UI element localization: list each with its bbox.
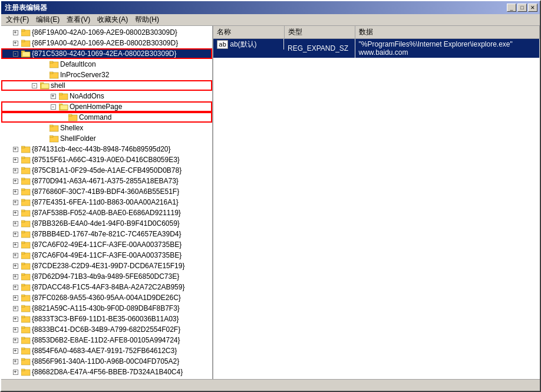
tree-row[interactable]: + {8853D6B2-E8AE-11D2-AFE8-00105A994724}: [1, 335, 212, 345]
menu-view[interactable]: 查看(V): [63, 14, 94, 26]
expander[interactable]: +: [11, 261, 20, 271]
menu-edit[interactable]: 编辑(E): [32, 14, 63, 26]
table-row[interactable]: ab ab(默认) REG_EXPAND_SZ "%ProgramFiles%\…: [213, 39, 540, 58]
tree-row[interactable]: + {875CB1A1-0F29-45de-A1AE-CFB4950D0B78}: [1, 165, 212, 176]
tree-row[interactable]: + {87D62D94-71B3-4b9a-9489-5FE6850DC73E}: [1, 271, 212, 282]
expander[interactable]: +: [11, 357, 20, 366]
tree-row[interactable]: + {8776860F-30C7-41B9-BDF4-360A6B55E51F}: [1, 186, 212, 197]
svg-rect-24: [50, 136, 53, 137]
tree-row[interactable]: + NoAddOns: [1, 91, 212, 101]
tree-row[interactable]: + {87DACC48-F1C5-4AF3-84BA-A2A72C2AB959}: [1, 282, 212, 292]
folder-icon: [21, 325, 31, 334]
tree-row[interactable]: + {87CA6F04-49E4-11CF-A3FE-00AA003735BE}: [1, 250, 212, 261]
svg-rect-8: [50, 61, 53, 63]
svg-rect-52: [21, 284, 25, 286]
tree-row[interactable]: + {86F19A00-42A0-1069-A2E9-08002B30309D}: [1, 27, 212, 38]
menu-favorites[interactable]: 收藏夹(A): [94, 14, 131, 26]
expander[interactable]: -: [48, 102, 58, 111]
expander: [58, 113, 67, 122]
expander: [39, 123, 48, 133]
svg-rect-56: [21, 305, 25, 307]
tree-row[interactable]: + {8854F6A0-4683-4AE7-9191-752FB64612C3}: [1, 345, 212, 356]
svg-rect-40: [21, 220, 25, 222]
expander[interactable]: +: [11, 272, 20, 281]
svg-rect-48: [21, 263, 25, 265]
folder-icon: [50, 60, 59, 69]
menu-help[interactable]: 帮助(H): [131, 14, 163, 26]
folder-icon: [21, 229, 31, 239]
svg-rect-60: [21, 327, 25, 328]
folder-icon: [21, 197, 31, 207]
expander[interactable]: +: [11, 208, 20, 218]
expander[interactable]: +: [11, 229, 20, 239]
tree-row[interactable]: Command: [1, 112, 212, 123]
svg-rect-42: [21, 231, 25, 233]
tree-row[interactable]: + {87515F61-A66C-4319-A0E0-D416CB8059E3}: [1, 154, 212, 165]
tree-row[interactable]: + {87BBB4ED-1767-4b7e-821C-7C4657EA39D4}: [1, 229, 212, 239]
svg-rect-64: [21, 348, 25, 350]
expander[interactable]: +: [11, 367, 20, 377]
folder-icon: [21, 335, 31, 345]
expander[interactable]: +: [11, 335, 20, 345]
folder-icon: [50, 134, 59, 143]
tree-row[interactable]: + {87AF538B-F052-4A0B-BAE0-E686AD921119}: [1, 207, 212, 218]
expander[interactable]: +: [11, 240, 20, 249]
tree-row[interactable]: + {877E4351-6FEA-11d0-B863-00AA00A216A1}: [1, 197, 212, 207]
expander[interactable]: +: [11, 346, 20, 355]
expander[interactable]: -: [11, 49, 20, 58]
tree-row[interactable]: + {88682D8A-E47A-4F56-BBEB-7D324A1B40C4}: [1, 367, 212, 377]
folder-open-icon: [40, 81, 50, 90]
close-button[interactable]: ✕: [528, 4, 537, 12]
tree-row[interactable]: + {8833BC41-DC6B-34B9-A799-682D2554F02F}: [1, 324, 212, 335]
tree-row[interactable]: + {86F19A00-42A0-1069-A2EB-08002B30309D}: [1, 38, 212, 48]
tree-row-selected[interactable]: - {871C5380-4240-1069-42EA-08002B30309D}: [1, 48, 212, 59]
expander[interactable]: +: [11, 325, 20, 334]
tree-row[interactable]: + {8833T3C3-BF69-11D1-BE35-060036B11A03}: [1, 314, 212, 324]
expander[interactable]: +: [11, 251, 20, 260]
expander[interactable]: +: [11, 314, 20, 324]
expander[interactable]: +: [11, 144, 20, 154]
tree-row-shell[interactable]: - shell: [1, 80, 212, 91]
tree-row[interactable]: + {8872FF1B-98FA-4D7A-8D93-C9F1055F85BB}: [1, 377, 212, 379]
tree-row[interactable]: InProcServer32: [1, 70, 212, 80]
tree-row[interactable]: + {874131cb-4ecc-443b-8948-746b89595d20}: [1, 144, 212, 154]
minimize-button[interactable]: _: [507, 4, 516, 12]
tree-row[interactable]: Shellex: [1, 123, 212, 133]
expander[interactable]: -: [29, 81, 39, 90]
tree-row[interactable]: + {87CDE238-C2D9-4E31-99D7-DCD6A7E15F19}: [1, 261, 212, 271]
expander[interactable]: +: [11, 378, 20, 379]
maximize-button[interactable]: □: [517, 4, 527, 12]
expander[interactable]: +: [48, 91, 58, 101]
expander[interactable]: +: [11, 197, 20, 207]
expander[interactable]: +: [11, 38, 20, 48]
tree-row[interactable]: ShellFolder: [1, 133, 212, 144]
folder-icon: [50, 123, 59, 133]
svg-rect-34: [21, 189, 25, 190]
expander[interactable]: +: [11, 28, 20, 37]
folder-icon: [21, 144, 31, 154]
expander[interactable]: +: [11, 166, 20, 175]
tree-row[interactable]: + {87BB326B-E4A0-4de1-94F0-B9F41D0C6059}: [1, 218, 212, 229]
expander[interactable]: +: [11, 219, 20, 228]
expander[interactable]: +: [11, 293, 20, 302]
tree-row[interactable]: + {87CA6F02-49E4-11CF-A3FE-00AA003735BE}: [1, 239, 212, 250]
expander[interactable]: +: [11, 176, 20, 186]
svg-rect-10: [50, 72, 53, 74]
expander[interactable]: +: [11, 304, 20, 313]
expander[interactable]: +: [11, 187, 20, 196]
tree-row[interactable]: DefaultIcon: [1, 59, 212, 70]
expander[interactable]: +: [11, 155, 20, 164]
tree-row[interactable]: + {87FC0268-9A55-4360-95AA-004A1D9DE26C}: [1, 292, 212, 303]
folder-icon: [21, 282, 31, 292]
folder-icon: [21, 208, 31, 218]
folder-icon: [21, 155, 31, 164]
expander: [39, 134, 48, 143]
tree-row[interactable]: + {8770D941-A63A-4671-A375-2855A18EBA73}: [1, 176, 212, 186]
menu-file[interactable]: 文件(F): [2, 14, 32, 26]
svg-rect-6: [22, 52, 30, 57]
tree-row[interactable]: + {8821A59C-A115-430b-9F0D-089DB4F8B7F3}: [1, 303, 212, 314]
left-panel[interactable]: + {86F19A00-42A0-1069-A2E9-08002B30309D}…: [1, 26, 213, 379]
expander[interactable]: +: [11, 282, 20, 292]
tree-row-openhomepage[interactable]: - OpenHomePage: [1, 101, 212, 112]
tree-row[interactable]: + {8856F961-340A-11D0-A96B-00C04FD705A2}: [1, 356, 212, 367]
